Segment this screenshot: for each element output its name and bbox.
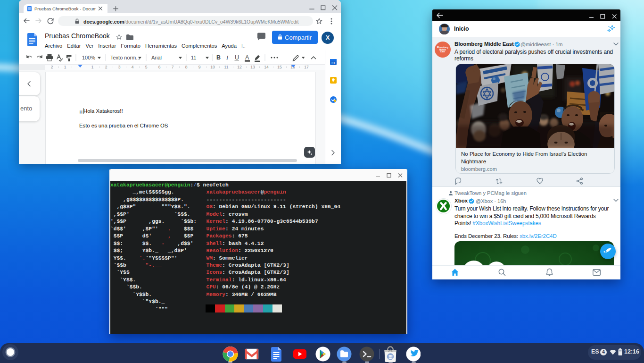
svg-text:7: 7 [172,65,174,69]
svg-text:11: 11 [224,65,229,69]
svg-text:U: U [235,54,239,61]
svg-text:2: 2 [105,65,107,69]
svg-text:1: 1 [64,65,66,69]
svg-text:11: 11 [191,55,196,60]
svg-text:I: I [226,54,229,61]
svg-text:3: 3 [118,65,121,69]
svg-text:4: 4 [132,65,134,69]
svg-text:2: 2 [51,65,53,69]
svg-text:15: 15 [277,65,282,69]
svg-text:10: 10 [210,65,215,69]
svg-text:31: 31 [331,61,335,65]
svg-text:12: 12 [237,65,242,69]
svg-text:17: 17 [304,65,309,69]
svg-text:Texto norm...: Texto norm... [110,55,140,60]
svg-text:5: 5 [145,65,148,69]
svg-text:1: 1 [91,65,94,69]
svg-text:6: 6 [158,65,161,69]
svg-text:8: 8 [185,65,188,69]
svg-text:A: A [245,54,249,61]
svg-text:13: 13 [250,65,255,69]
svg-text:100%: 100% [82,55,95,60]
svg-text:9: 9 [198,65,201,69]
svg-text:B: B [216,54,221,61]
svg-text:14: 14 [264,65,269,69]
svg-text:Arial: Arial [151,55,162,60]
